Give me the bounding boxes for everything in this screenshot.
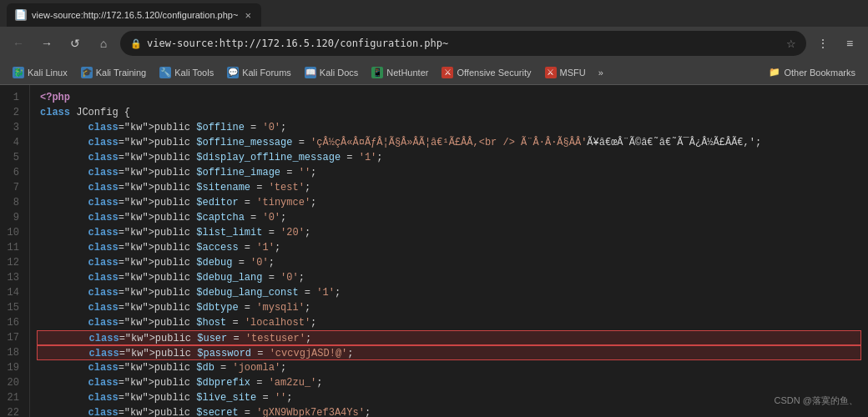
line-number: 8	[0, 195, 19, 210]
kali-docs-favicon: 📖	[305, 67, 316, 78]
line-number: 15	[0, 300, 19, 315]
line-number: 22	[0, 405, 19, 417]
folder-icon: 📁	[769, 67, 780, 78]
bookmark-kali-linux[interactable]: 🐉 Kali Linux	[7, 64, 73, 81]
line-number: 10	[0, 225, 19, 240]
line-number: 21	[0, 390, 19, 405]
other-bookmarks-folder[interactable]: 📁 Other Bookmarks	[763, 64, 861, 80]
navigation-bar: ← → ↺ ⌂ 🔒 view-source:http://172.16.5.12…	[0, 27, 868, 60]
tab-bar: 📄 view-source:http://172.16.5.120/config…	[0, 0, 868, 27]
code-line: class="kw">public $captcha = '0';	[40, 210, 858, 225]
tab-close-button[interactable]: ×	[243, 9, 253, 22]
offensive-security-favicon: ⚔	[442, 67, 453, 78]
code-line: class="kw">public $offline_message = 'çÂ…	[40, 135, 858, 150]
kali-linux-favicon: 🐉	[13, 67, 24, 78]
home-button[interactable]: ⌂	[92, 32, 115, 55]
line-number: 17	[0, 330, 19, 345]
code-line: class="kw">public $list_limit = '20';	[40, 225, 858, 240]
code-line: class="kw">public $debug_lang_const = '1…	[40, 285, 858, 300]
code-line: class="kw">public $offline_image = '';	[40, 165, 858, 180]
code-line: class="kw">public $secret = 'gXN9Wbpk7ef…	[40, 405, 858, 417]
forward-button[interactable]: →	[35, 32, 58, 55]
line-number: 9	[0, 210, 19, 225]
watermark: CSDN @落寞的鱼、	[775, 394, 858, 407]
bookmarks-bar: 🐉 Kali Linux 🎓 Kali Training 🔧 Kali Tool…	[0, 60, 868, 85]
code-line: class="kw">public $dbprefix = 'am2zu_';	[40, 375, 858, 390]
code-line: class="kw">public $display_offline_messa…	[40, 150, 858, 165]
code-line: class="kw">public $live_site = '';	[40, 390, 858, 405]
code-line: <?php	[40, 90, 858, 105]
code-line: class="kw">public $password = 'cvcvgjASD…	[37, 345, 861, 360]
kali-tools-favicon: 🔧	[159, 67, 171, 78]
bookmark-nethunter[interactable]: 📱 NetHunter	[366, 64, 434, 81]
tab-title: view-source:http://172.16.5.120/configur…	[32, 10, 238, 20]
code-line: class="kw">public $db = 'joomla';	[40, 360, 858, 375]
msfu-favicon: ⚔	[545, 67, 557, 78]
url-text: view-source:http://172.16.5.120/configur…	[147, 38, 781, 49]
kali-docs-label: Kali Docs	[320, 68, 358, 78]
code-line: class="kw">public $user = 'testuser';	[37, 330, 861, 345]
bookmark-star-icon[interactable]: ☆	[786, 38, 796, 50]
address-bar[interactable]: 🔒 view-source:http://172.16.5.120/config…	[120, 31, 806, 56]
back-button[interactable]: ←	[7, 32, 30, 55]
code-line: class="kw">public $offline = '0';	[40, 120, 858, 135]
code-line: class="kw">public $debug_lang = '0';	[40, 270, 858, 285]
other-bookmarks-label: Other Bookmarks	[784, 68, 855, 78]
line-number: 2	[0, 105, 19, 120]
kali-tools-label: Kali Tools	[174, 68, 214, 78]
tab-favicon: 📄	[15, 9, 27, 21]
code-line: class JConfig {	[40, 105, 858, 120]
bookmark-offensive-security[interactable]: ⚔ Offensive Security	[436, 64, 537, 81]
line-number: 16	[0, 315, 19, 330]
code-line: class="kw">public $dbtype = 'mysqli';	[40, 300, 858, 315]
lock-icon: 🔒	[130, 38, 142, 49]
bookmark-kali-forums[interactable]: 💬 Kali Forums	[221, 64, 297, 81]
offensive-security-label: Offensive Security	[457, 68, 531, 78]
line-number: 18	[0, 345, 19, 360]
active-tab[interactable]: 📄 view-source:http://172.16.5.120/config…	[7, 3, 261, 27]
refresh-button[interactable]: ↺	[63, 32, 87, 55]
kali-training-favicon: 🎓	[81, 67, 93, 78]
code-line: class="kw">public $host = 'localhost';	[40, 315, 858, 330]
code-line: class="kw">public $sitename = 'test';	[40, 180, 858, 195]
line-number: 14	[0, 285, 19, 300]
bookmark-kali-tools[interactable]: 🔧 Kali Tools	[154, 64, 220, 81]
menu-button[interactable]: ≡	[838, 32, 861, 55]
nethunter-label: NetHunter	[386, 68, 428, 78]
bookmark-kali-training[interactable]: 🎓 Kali Training	[75, 64, 153, 81]
line-number: 4	[0, 135, 19, 150]
nethunter-favicon: 📱	[371, 67, 383, 78]
bookmark-msfu[interactable]: ⚔ MSFU	[539, 64, 592, 81]
kali-forums-label: Kali Forums	[242, 68, 291, 78]
line-number: 1	[0, 90, 19, 105]
line-number: 19	[0, 360, 19, 375]
line-number: 3	[0, 120, 19, 135]
code-area: 1234567891011121314151617181920212223242…	[0, 85, 868, 417]
code-line: class="kw">public $editor = 'tinymce';	[40, 195, 858, 210]
kali-forums-favicon: 💬	[227, 67, 239, 78]
line-number: 11	[0, 240, 19, 255]
kali-training-label: Kali Training	[96, 68, 147, 78]
extensions-button[interactable]: ⋮	[811, 32, 835, 55]
code-line: class="kw">public $debug = '0';	[40, 255, 858, 270]
code-content: <?phpclass JConfig { class="kw">public $…	[30, 85, 868, 417]
kali-linux-label: Kali Linux	[28, 68, 68, 78]
bookmark-kali-docs[interactable]: 📖 Kali Docs	[299, 64, 364, 81]
line-number: 5	[0, 150, 19, 165]
line-number: 7	[0, 180, 19, 195]
msfu-label: MSFU	[560, 68, 586, 78]
line-number: 20	[0, 375, 19, 390]
code-line: class="kw">public $access = '1';	[40, 240, 858, 255]
line-number: 12	[0, 255, 19, 270]
line-number: 6	[0, 165, 19, 180]
bookmarks-more-button[interactable]: »	[593, 65, 608, 80]
line-number: 13	[0, 270, 19, 285]
line-numbers: 1234567891011121314151617181920212223242…	[0, 85, 30, 417]
nav-right-buttons: ⋮ ≡	[811, 32, 861, 55]
